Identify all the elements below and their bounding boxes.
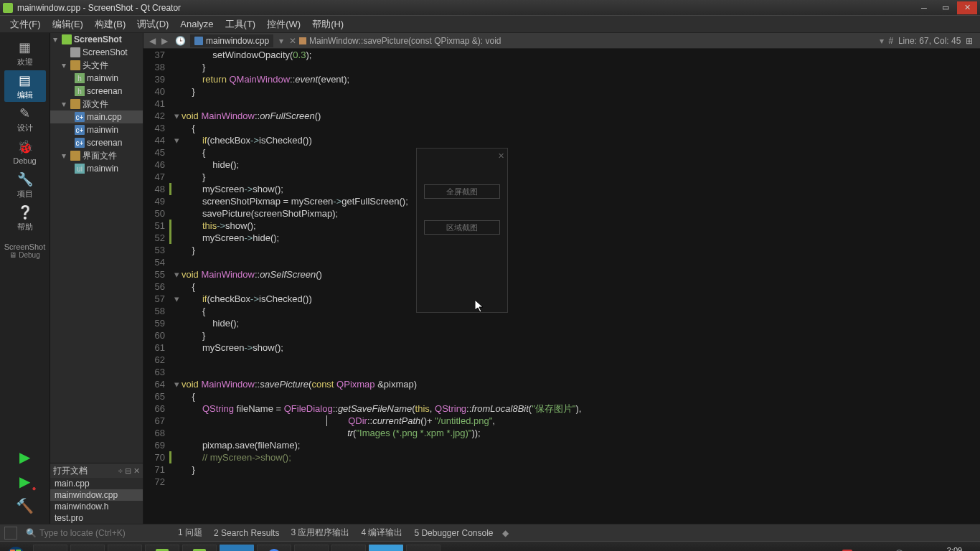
tree-headers[interactable]: ▾头文件 xyxy=(50,59,143,72)
tree-source-3[interactable]: c+screenan xyxy=(50,136,143,149)
mode-bar: ▦欢迎 ▤编辑 ✎设计 🐞Debug 🔧项目 ❔帮助 ScreenShot 🖥D… xyxy=(0,33,50,524)
cpp-icon xyxy=(194,37,203,45)
nav-history-icon[interactable]: 🕒 xyxy=(171,36,190,46)
debug-run-button[interactable]: ▶● xyxy=(11,469,39,494)
open-documents: 打开文档÷ ⊟ ✕ main.cpp mainwindow.cpp mainwi… xyxy=(50,463,143,524)
tree-pro-file[interactable]: ScreenShot xyxy=(50,46,143,59)
open-doc-1[interactable]: main.cpp xyxy=(50,478,143,489)
tree-main-cpp[interactable]: c+main.cpp xyxy=(50,110,143,123)
menu-edit[interactable]: 编辑(E) xyxy=(47,18,89,31)
tab-close-button[interactable]: ✕ xyxy=(286,36,299,46)
welcome-icon: ▦ xyxy=(19,39,31,55)
editor: ◀ ▶ 🕒 mainwindow.cpp ▾ ✕ MainWindow::sav… xyxy=(143,33,980,524)
open-doc-4[interactable]: test.pro xyxy=(50,512,143,524)
mode-design[interactable]: ✎设计 xyxy=(4,103,46,135)
open-doc-2[interactable]: mainwindow.cpp xyxy=(50,489,143,501)
output-toggle-button[interactable] xyxy=(4,527,17,540)
search-icon: 🔍 xyxy=(26,528,37,538)
menu-analyze[interactable]: Analyze xyxy=(174,19,219,29)
editor-toolbar: ◀ ▶ 🕒 mainwindow.cpp ▾ ✕ MainWindow::sav… xyxy=(143,33,980,49)
taskbar-qtcreator-1[interactable] xyxy=(145,545,179,552)
taskbar-app-7[interactable]: ▣ xyxy=(406,545,440,552)
qt-logo-icon xyxy=(3,3,13,13)
dialog-button-1[interactable]: 全屏截图 xyxy=(424,184,500,199)
window-minimize-button[interactable]: ─ xyxy=(914,1,934,14)
window-title: mainwindow.cpp - ScreenShot - Qt Creator xyxy=(17,3,913,13)
taskbar-chrome[interactable] xyxy=(257,545,291,552)
window-titlebar: mainwindow.cpp - ScreenShot - Qt Creator… xyxy=(0,0,980,16)
issues-tab[interactable]: 1 问题 xyxy=(172,527,208,539)
kit-name[interactable]: ScreenShot xyxy=(4,242,45,251)
mode-debug[interactable]: 🐞Debug xyxy=(4,136,46,168)
debugger-console-tab[interactable]: 5 Debugger Console xyxy=(408,528,499,538)
help-icon: ❔ xyxy=(17,204,33,220)
mode-help[interactable]: ❔帮助 xyxy=(4,202,46,234)
split-button[interactable]: ⊞ xyxy=(966,36,973,46)
tree-project-root[interactable]: ▾ScreenShot xyxy=(50,33,143,46)
svg-point-5 xyxy=(268,549,281,552)
taskbar-qtcreator-2[interactable] xyxy=(182,545,217,552)
menu-bar: 文件(F) 编辑(E) 构建(B) 调试(D) Analyze 工具(T) 控件… xyxy=(0,16,980,33)
windows-taskbar: ◉ ◔ ⋈ ☁ ◎ ▥ GIF ▣ S ◶ ▲ ● 🔊 ▮ 🏳 2:09 201… xyxy=(0,541,980,551)
build-button[interactable]: 🔨 xyxy=(11,494,39,518)
locator-input[interactable]: 🔍Type to locate (Ctrl+K) xyxy=(22,528,172,538)
app-output-tab[interactable]: 3 应用程序输出 xyxy=(285,527,355,539)
open-docs-title: 打开文档 xyxy=(53,465,88,477)
nav-forward-button[interactable]: ▶ xyxy=(159,36,171,46)
tree-form-1[interactable]: uimainwin xyxy=(50,162,143,175)
tree-source-2[interactable]: c+mainwin xyxy=(50,123,143,136)
taskbar-app-1[interactable]: ◉ xyxy=(33,545,67,552)
menu-debug[interactable]: 调试(D) xyxy=(131,18,174,31)
start-button[interactable] xyxy=(3,545,29,552)
cursor-position: Line: 67, Col: 45 xyxy=(898,36,961,46)
open-doc-3[interactable]: mainwindow.h xyxy=(50,501,143,512)
menu-help[interactable]: 帮助(H) xyxy=(306,18,349,31)
code-area[interactable]: 37 setWindowOpacity(0.3);38 }39 return Q… xyxy=(143,49,980,524)
project-icon: 🔧 xyxy=(17,171,33,187)
dialog-button-2[interactable]: 区域截图 xyxy=(424,220,500,235)
menu-file[interactable]: 文件(F) xyxy=(4,18,47,31)
debug-icon: 🐞 xyxy=(17,139,33,155)
menu-build[interactable]: 构建(B) xyxy=(89,18,131,31)
method-icon xyxy=(299,37,306,44)
taskbar-app-4[interactable]: ☁ xyxy=(220,545,254,552)
design-icon: ✎ xyxy=(19,105,30,121)
taskbar-clock[interactable]: 2:09 2016/11/13 xyxy=(935,546,974,552)
mode-welcome[interactable]: ▦欢迎 xyxy=(4,37,46,69)
window-close-button[interactable]: ✕ xyxy=(957,1,977,14)
compile-output-tab[interactable]: 4 编译输出 xyxy=(355,527,408,539)
taskbar-app-5[interactable]: ◎ xyxy=(294,545,329,552)
editor-tab[interactable]: mainwindow.cpp xyxy=(190,34,273,47)
output-chevron-icon[interactable]: ◆ xyxy=(499,528,512,538)
open-docs-buttons[interactable]: ÷ ⊟ ✕ xyxy=(118,466,140,476)
system-tray[interactable]: S ◶ ▲ ● 🔊 ▮ 🏳 2:09 2016/11/13 xyxy=(834,546,980,552)
project-tree[interactable]: ▾ScreenShot ScreenShot ▾头文件 hmainwin hsc… xyxy=(50,33,143,463)
tab-menu-icon[interactable]: ▾ xyxy=(276,36,286,46)
window-maximize-button[interactable]: ▭ xyxy=(936,1,956,14)
tree-header-1[interactable]: hmainwin xyxy=(50,72,143,85)
editor-breadcrumb[interactable]: MainWindow::savePicture(const QPixmap &)… xyxy=(299,36,501,46)
search-results-tab[interactable]: 2 Search Results xyxy=(208,528,285,538)
taskbar-app-2[interactable]: ◔ xyxy=(70,545,105,552)
tree-forms[interactable]: ▾界面文件 xyxy=(50,149,143,162)
taskbar-app-6[interactable]: GIF xyxy=(369,545,403,552)
kit-config[interactable]: 🖥Debug xyxy=(9,251,39,259)
run-button[interactable]: ▶ xyxy=(11,445,39,469)
bottom-bar: 🔍Type to locate (Ctrl+K) 1 问题 2 Search R… xyxy=(0,524,980,541)
mode-project[interactable]: 🔧项目 xyxy=(4,169,46,201)
tree-sources[interactable]: ▾源文件 xyxy=(50,98,143,110)
side-panel: ▾ScreenShot ScreenShot ▾头文件 hmainwin hsc… xyxy=(50,33,143,524)
nav-back-button[interactable]: ◀ xyxy=(146,36,159,46)
dialog-close-icon[interactable]: ✕ xyxy=(498,151,504,161)
mode-edit[interactable]: ▤编辑 xyxy=(4,70,46,102)
menu-tools[interactable]: 工具(T) xyxy=(220,18,262,31)
edit-icon: ▤ xyxy=(19,72,31,88)
menu-widgets[interactable]: 控件(W) xyxy=(261,18,306,31)
floating-dialog[interactable]: ✕ 全屏截图 区域截图 xyxy=(416,148,508,313)
taskbar-explorer[interactable]: ▥ xyxy=(331,545,366,552)
tree-header-2[interactable]: hscreenan xyxy=(50,85,143,98)
taskbar-app-3[interactable]: ⋈ xyxy=(108,545,142,552)
